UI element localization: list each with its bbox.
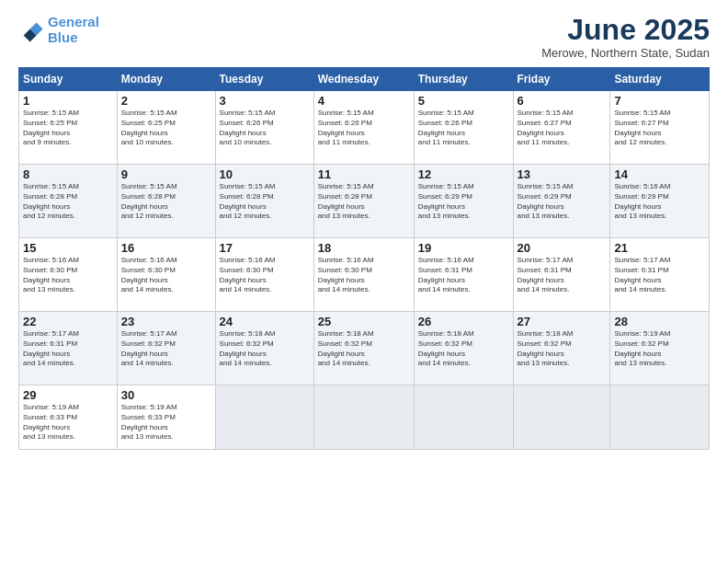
table-row: 20 Sunrise: 5:17 AM Sunset: 6:31 PM Dayl… xyxy=(513,238,610,312)
day-number: 26 xyxy=(418,315,509,328)
day-info: Sunrise: 5:19 AM Sunset: 6:33 PM Dayligh… xyxy=(121,403,211,442)
day-info: Sunrise: 5:17 AM Sunset: 6:31 PM Dayligh… xyxy=(614,256,705,295)
title-block: June 2025 Merowe, Northern State, Sudan xyxy=(541,15,710,60)
day-info: Sunrise: 5:15 AM Sunset: 6:27 PM Dayligh… xyxy=(518,109,607,148)
table-row: 23 Sunrise: 5:17 AM Sunset: 6:32 PM Dayl… xyxy=(117,312,215,385)
day-info: Sunrise: 5:15 AM Sunset: 6:28 PM Dayligh… xyxy=(121,182,211,222)
table-row xyxy=(513,385,610,450)
table-row: 29 Sunrise: 5:19 AM Sunset: 6:33 PM Dayl… xyxy=(19,385,118,450)
day-number: 1 xyxy=(23,94,113,108)
day-info: Sunrise: 5:15 AM Sunset: 6:27 PM Dayligh… xyxy=(614,109,705,148)
day-info: Sunrise: 5:15 AM Sunset: 6:26 PM Dayligh… xyxy=(318,109,410,148)
table-row: 12 Sunrise: 5:15 AM Sunset: 6:29 PM Dayl… xyxy=(414,165,513,238)
table-row: 28 Sunrise: 5:19 AM Sunset: 6:32 PM Dayl… xyxy=(610,312,710,385)
day-number: 13 xyxy=(518,167,607,181)
day-number: 21 xyxy=(614,241,705,255)
table-row: 5 Sunrise: 5:15 AM Sunset: 6:26 PM Dayli… xyxy=(414,91,513,165)
table-row: 3 Sunrise: 5:15 AM Sunset: 6:26 PM Dayli… xyxy=(215,91,313,165)
day-number: 5 xyxy=(418,94,509,108)
day-number: 23 xyxy=(121,315,211,328)
table-row: 18 Sunrise: 5:16 AM Sunset: 6:30 PM Dayl… xyxy=(313,238,414,312)
table-row: 21 Sunrise: 5:17 AM Sunset: 6:31 PM Dayl… xyxy=(610,238,710,312)
table-row: 13 Sunrise: 5:15 AM Sunset: 6:29 PM Dayl… xyxy=(513,165,610,238)
day-info: Sunrise: 5:15 AM Sunset: 6:28 PM Dayligh… xyxy=(220,182,310,222)
table-row: 11 Sunrise: 5:15 AM Sunset: 6:28 PM Dayl… xyxy=(313,165,414,238)
day-info: Sunrise: 5:18 AM Sunset: 6:32 PM Dayligh… xyxy=(518,329,607,369)
table-row: 6 Sunrise: 5:15 AM Sunset: 6:27 PM Dayli… xyxy=(513,91,610,165)
table-row: 1 Sunrise: 5:15 AM Sunset: 6:25 PM Dayli… xyxy=(19,91,118,165)
table-row: 27 Sunrise: 5:18 AM Sunset: 6:32 PM Dayl… xyxy=(513,312,610,385)
day-info: Sunrise: 5:16 AM Sunset: 6:30 PM Dayligh… xyxy=(23,256,113,295)
table-row: 7 Sunrise: 5:15 AM Sunset: 6:27 PM Dayli… xyxy=(610,91,710,165)
logo-text: General Blue xyxy=(48,15,99,45)
day-number: 28 xyxy=(614,315,705,328)
day-info: Sunrise: 5:17 AM Sunset: 6:31 PM Dayligh… xyxy=(518,256,607,295)
day-number: 24 xyxy=(220,315,310,328)
header-friday: Friday xyxy=(513,68,610,91)
table-row xyxy=(414,385,513,450)
day-number: 7 xyxy=(614,94,705,108)
logo-line2: Blue xyxy=(48,29,78,45)
day-number: 16 xyxy=(121,241,211,255)
day-number: 12 xyxy=(418,167,509,181)
day-number: 3 xyxy=(220,94,310,108)
day-number: 9 xyxy=(121,167,211,181)
page: General Blue June 2025 Merowe, Northern … xyxy=(0,0,728,563)
table-row xyxy=(215,385,313,450)
day-number: 10 xyxy=(220,167,310,181)
header-wednesday: Wednesday xyxy=(313,68,414,91)
header-sunday: Sunday xyxy=(19,68,118,91)
day-info: Sunrise: 5:16 AM Sunset: 6:30 PM Dayligh… xyxy=(318,256,410,295)
table-row: 4 Sunrise: 5:15 AM Sunset: 6:26 PM Dayli… xyxy=(313,91,414,165)
day-number: 20 xyxy=(518,241,607,255)
day-info: Sunrise: 5:18 AM Sunset: 6:32 PM Dayligh… xyxy=(220,329,310,369)
header-thursday: Thursday xyxy=(414,68,513,91)
day-number: 29 xyxy=(23,388,113,402)
day-info: Sunrise: 5:17 AM Sunset: 6:31 PM Dayligh… xyxy=(23,329,113,369)
header-tuesday: Tuesday xyxy=(215,68,313,91)
logo-line1: General xyxy=(48,14,99,29)
day-number: 4 xyxy=(318,94,410,108)
day-number: 6 xyxy=(518,94,607,108)
table-row: 22 Sunrise: 5:17 AM Sunset: 6:31 PM Dayl… xyxy=(19,312,118,385)
day-info: Sunrise: 5:16 AM Sunset: 6:29 PM Dayligh… xyxy=(614,182,705,222)
table-row: 30 Sunrise: 5:19 AM Sunset: 6:33 PM Dayl… xyxy=(117,385,215,450)
day-info: Sunrise: 5:18 AM Sunset: 6:32 PM Dayligh… xyxy=(418,329,509,369)
day-info: Sunrise: 5:15 AM Sunset: 6:26 PM Dayligh… xyxy=(418,109,509,148)
day-info: Sunrise: 5:16 AM Sunset: 6:30 PM Dayligh… xyxy=(220,256,310,295)
table-row: 19 Sunrise: 5:16 AM Sunset: 6:31 PM Dayl… xyxy=(414,238,513,312)
day-number: 30 xyxy=(121,388,211,402)
header-monday: Monday xyxy=(117,68,215,91)
day-info: Sunrise: 5:15 AM Sunset: 6:29 PM Dayligh… xyxy=(518,182,607,222)
calendar-header-row: Sunday Monday Tuesday Wednesday Thursday… xyxy=(19,68,710,91)
table-row: 14 Sunrise: 5:16 AM Sunset: 6:29 PM Dayl… xyxy=(610,165,710,238)
table-row: 24 Sunrise: 5:18 AM Sunset: 6:32 PM Dayl… xyxy=(215,312,313,385)
day-info: Sunrise: 5:18 AM Sunset: 6:32 PM Dayligh… xyxy=(318,329,410,369)
day-number: 2 xyxy=(121,94,211,108)
table-row: 10 Sunrise: 5:15 AM Sunset: 6:28 PM Dayl… xyxy=(215,165,313,238)
location-subtitle: Merowe, Northern State, Sudan xyxy=(541,46,710,60)
day-number: 15 xyxy=(23,241,113,255)
day-info: Sunrise: 5:17 AM Sunset: 6:32 PM Dayligh… xyxy=(121,329,211,369)
table-row: 8 Sunrise: 5:15 AM Sunset: 6:28 PM Dayli… xyxy=(19,165,118,238)
table-row xyxy=(313,385,414,450)
day-info: Sunrise: 5:15 AM Sunset: 6:26 PM Dayligh… xyxy=(220,109,310,148)
logo-icon xyxy=(18,17,44,43)
day-info: Sunrise: 5:15 AM Sunset: 6:28 PM Dayligh… xyxy=(318,182,410,222)
day-info: Sunrise: 5:19 AM Sunset: 6:33 PM Dayligh… xyxy=(23,403,113,442)
logo: General Blue xyxy=(18,15,99,45)
day-info: Sunrise: 5:15 AM Sunset: 6:25 PM Dayligh… xyxy=(121,109,211,148)
day-number: 14 xyxy=(614,167,705,181)
day-number: 8 xyxy=(23,167,113,181)
table-row: 25 Sunrise: 5:18 AM Sunset: 6:32 PM Dayl… xyxy=(313,312,414,385)
table-row: 2 Sunrise: 5:15 AM Sunset: 6:25 PM Dayli… xyxy=(117,91,215,165)
day-number: 27 xyxy=(518,315,607,328)
table-row: 17 Sunrise: 5:16 AM Sunset: 6:30 PM Dayl… xyxy=(215,238,313,312)
table-row: 16 Sunrise: 5:16 AM Sunset: 6:30 PM Dayl… xyxy=(117,238,215,312)
table-row: 9 Sunrise: 5:15 AM Sunset: 6:28 PM Dayli… xyxy=(117,165,215,238)
calendar-table: Sunday Monday Tuesday Wednesday Thursday… xyxy=(18,67,710,450)
day-info: Sunrise: 5:15 AM Sunset: 6:28 PM Dayligh… xyxy=(23,182,113,222)
table-row: 26 Sunrise: 5:18 AM Sunset: 6:32 PM Dayl… xyxy=(414,312,513,385)
table-row: 15 Sunrise: 5:16 AM Sunset: 6:30 PM Dayl… xyxy=(19,238,118,312)
day-info: Sunrise: 5:16 AM Sunset: 6:30 PM Dayligh… xyxy=(121,256,211,295)
